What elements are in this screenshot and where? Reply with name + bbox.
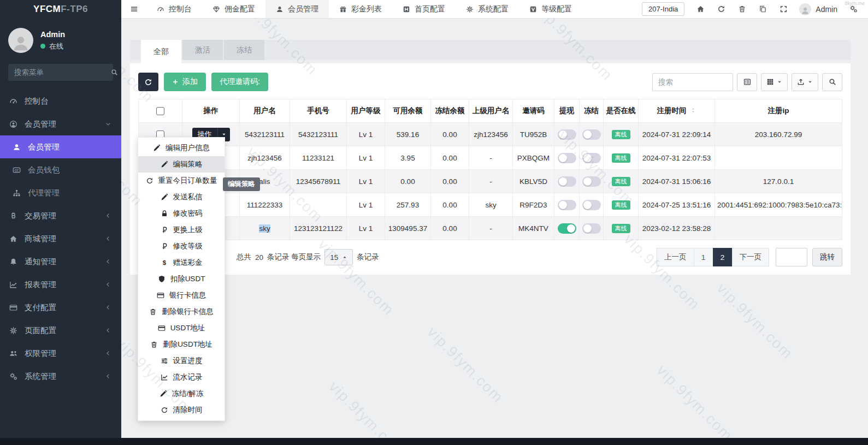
user-icon xyxy=(11,143,21,151)
tab-activated[interactable]: 激活 xyxy=(182,40,223,60)
sort-icon[interactable] xyxy=(690,107,696,114)
dropdown-item-set-progress[interactable]: 设置进度 xyxy=(138,353,225,369)
row-action-dropdown: 编辑用户信息编辑策略重置今日订单数量发送私信修改密码更换上级修改等级$赠送彩金扣… xyxy=(138,137,225,421)
cell-phone: 123123121122 xyxy=(290,217,347,240)
dropdown-item-edit-strategy[interactable]: 编辑策略 xyxy=(138,156,225,173)
copy-page-button[interactable] xyxy=(752,0,773,18)
dropdown-item-change-level[interactable]: 修改等级 xyxy=(138,238,225,254)
nav-item-system-config[interactable]: 系统配置 xyxy=(456,0,519,18)
navbar-user[interactable]: Admin xyxy=(794,3,843,15)
sidebar-item-label: 控制台 xyxy=(25,96,49,106)
withdraw-toggle[interactable] xyxy=(558,176,576,187)
cc-icon: CC xyxy=(11,166,21,174)
sidebar-item-member-manage[interactable]: 会员管理 xyxy=(0,135,121,158)
nav-item-level-config[interactable]: 等级配置 xyxy=(519,0,582,18)
dropdown-item-usdt-address[interactable]: USDT地址 xyxy=(138,320,225,336)
sidebar-item-notice-manage[interactable]: 通知管理 xyxy=(0,250,121,273)
columns-button[interactable] xyxy=(761,73,788,91)
dropdown-item-bank-card-info[interactable]: 银行卡信息 xyxy=(138,287,225,304)
dropdown-item-send-message[interactable]: 发送私信 xyxy=(138,189,225,205)
page-numbers: 12 xyxy=(694,248,733,266)
nav-item-label: 系统配置 xyxy=(478,4,509,14)
page-size-selector[interactable]: 15 xyxy=(324,249,353,265)
dropdown-item-label: 修改密码 xyxy=(173,209,203,218)
cell-reg-ip: 127.0.0.1 xyxy=(715,170,842,193)
settings-cogs-button[interactable] xyxy=(843,0,864,18)
dropdown-item-edit-user-info[interactable]: 编辑用户信息 xyxy=(138,140,225,156)
cell-freeze xyxy=(580,193,604,217)
home-icon xyxy=(8,235,18,243)
freeze-toggle[interactable] xyxy=(582,223,601,234)
dropdown-item-delete-bank-card[interactable]: 删除银行卡信息 xyxy=(138,304,225,320)
sidebar-item-page-config[interactable]: 页面配置 xyxy=(0,319,121,342)
cell-reg-ip: 203.160.72.99 xyxy=(715,123,842,146)
sidebar-item-trade-manage[interactable]: 交易管理 xyxy=(0,204,121,227)
sidebar-toggle-button[interactable] xyxy=(121,0,146,18)
sidebar-item-system-manage[interactable]: 系统管理 xyxy=(0,365,121,388)
fullscreen-button[interactable] xyxy=(773,0,794,18)
freeze-toggle[interactable] xyxy=(582,129,601,140)
cell-withdraw xyxy=(554,170,580,193)
nav-item-label: 等级配置 xyxy=(541,4,572,14)
trash-icon xyxy=(150,341,158,348)
withdraw-toggle[interactable] xyxy=(558,129,576,140)
nav-item-dashboard[interactable]: 控制台 xyxy=(146,0,202,18)
add-button[interactable]: 添加 xyxy=(164,73,206,91)
dropdown-item-delete-usdt-address[interactable]: 删除USDT地址 xyxy=(138,336,225,353)
tab-frozen[interactable]: 冻结 xyxy=(224,40,264,60)
prev-page-button[interactable]: 上一页 xyxy=(657,248,694,266)
page-jump-button[interactable]: 跳转 xyxy=(812,248,842,266)
toggle-view-icon xyxy=(743,78,751,86)
sidebar-item-mall-manage[interactable]: 商城管理 xyxy=(0,227,121,250)
select-all-checkbox[interactable] xyxy=(156,107,164,115)
dropdown-item-reset-today-orders[interactable]: 重置今日订单数量 xyxy=(138,173,225,189)
header-reg_time[interactable]: 注册时间 xyxy=(639,99,715,123)
agent-invite-code-button[interactable]: 代理邀请码: xyxy=(211,73,268,91)
toggle-view-button[interactable] xyxy=(737,73,757,91)
dropdown-item-clear-time[interactable]: 清除时间 xyxy=(138,402,225,418)
withdraw-toggle[interactable] xyxy=(558,223,576,234)
dropdown-item-change-password[interactable]: 修改密码 xyxy=(138,205,225,222)
dropdown-item-flow-records[interactable]: 流水记录 xyxy=(138,369,225,385)
withdraw-toggle[interactable] xyxy=(558,153,576,163)
refresh-button[interactable] xyxy=(711,0,731,18)
sidebar-item-payment-config[interactable]: 支付配置 xyxy=(0,296,121,319)
freeze-toggle[interactable] xyxy=(582,200,601,210)
home-button[interactable] xyxy=(690,0,711,18)
cell-invite-code: TU952B xyxy=(513,123,554,146)
nav-item-commission-config[interactable]: 佣金配置 xyxy=(202,0,265,18)
sidebar-item-agent-manage[interactable]: 代理管理 xyxy=(0,181,121,204)
next-page-button[interactable]: 下一页 xyxy=(732,248,770,266)
sidebar-item-dashboard[interactable]: 控制台 xyxy=(0,90,121,112)
export-button[interactable] xyxy=(792,73,818,91)
search-button[interactable] xyxy=(822,73,842,91)
dropdown-item-change-parent[interactable]: 更换上级 xyxy=(138,222,225,238)
page-jump-input[interactable] xyxy=(776,248,807,266)
table-search-input[interactable] xyxy=(652,73,733,91)
header-level: 用户等级 xyxy=(347,99,385,123)
refresh-button[interactable] xyxy=(138,73,158,91)
sidebar-item-report-manage[interactable]: 报表管理 xyxy=(0,273,121,296)
nav-item-member-manage[interactable]: 会员管理 xyxy=(265,0,329,18)
nav-item-homepage-config[interactable]: 首页配置 xyxy=(392,0,456,18)
withdraw-toggle[interactable] xyxy=(558,200,576,210)
dropdown-item-deduct-usdt[interactable]: 扣除USDT xyxy=(138,271,225,287)
dropdown-item-freeze-unfreeze[interactable]: 冻结/解冻 xyxy=(138,385,225,402)
sidebar-item-member-manage-group[interactable]: 会员管理 xyxy=(0,112,121,135)
tab-all[interactable]: 全部 xyxy=(141,40,181,64)
freeze-toggle[interactable] xyxy=(582,176,601,187)
sidebar-search-input[interactable] xyxy=(14,68,111,76)
freeze-toggle[interactable] xyxy=(582,153,601,163)
page-number-1[interactable]: 1 xyxy=(694,248,713,266)
clear-cache-button[interactable] xyxy=(731,0,752,18)
sidebar-item-permission-manage[interactable]: 权限管理 xyxy=(0,342,121,365)
nav-item-bonus-list[interactable]: 彩金列表 xyxy=(329,0,392,18)
page-number-2[interactable]: 2 xyxy=(713,248,733,266)
cell-invite-code: PXBQGM xyxy=(513,146,554,170)
online-status-badge: 离线 xyxy=(612,200,630,210)
sidebar-item-member-wallet[interactable]: CC会员钱包 xyxy=(0,158,121,181)
language-selector[interactable]: 207-India xyxy=(642,2,684,16)
cell-invite-code: R9F2D3 xyxy=(513,193,554,217)
dropdown-item-give-bonus[interactable]: $赠送彩金 xyxy=(138,254,225,271)
export-icon xyxy=(797,78,805,86)
